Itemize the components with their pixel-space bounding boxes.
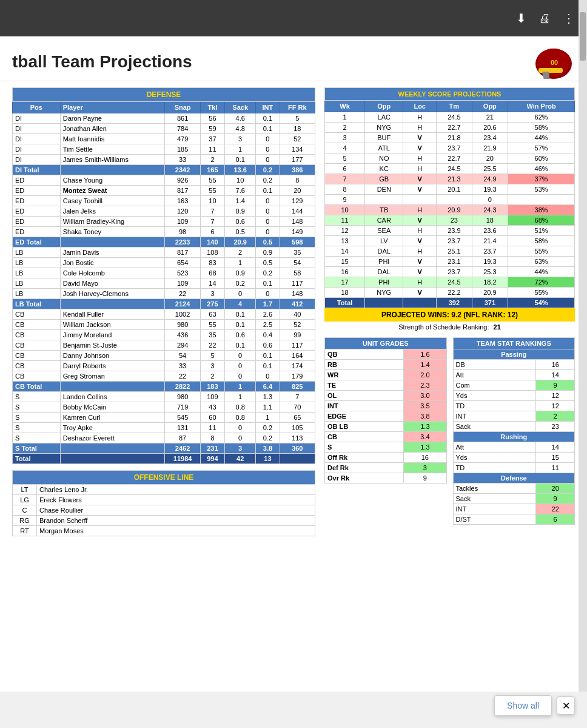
helmet-container: 00 bbox=[532, 42, 575, 81]
col-player: Player bbox=[60, 102, 165, 113]
page-title: tball Team Projections bbox=[12, 52, 192, 72]
col-sack: Sack bbox=[225, 102, 256, 113]
weekly-projections-table: WEEKLY SCORE PROJECTIONS Wk Opp Loc Tm O… bbox=[324, 87, 575, 308]
scrollbar-thumb[interactable] bbox=[580, 12, 586, 61]
team-stat-section: TEAM STAT RANKINGS PassingDB16Att14Com9Y… bbox=[453, 337, 575, 525]
right-panel: WEEKLY SCORE PROJECTIONS Wk Opp Loc Tm O… bbox=[324, 87, 575, 536]
col-opp-score: Opp bbox=[472, 101, 508, 112]
svg-rect-2 bbox=[538, 68, 563, 73]
projected-wins: PROJECTED WINS: 9.2 (NFL RANK: 12) bbox=[324, 308, 575, 322]
defense-section-header: DEFENSE bbox=[13, 88, 315, 102]
strength-of-schedule: Strength of Schedule Ranking: 21 bbox=[324, 322, 575, 332]
unit-grades-header: UNIT GRADES bbox=[325, 338, 447, 349]
unit-grades-section: UNIT GRADES QB1.6RB1.4WR2.0TE2.3OL3.0INT… bbox=[324, 337, 447, 525]
unit-grades-table: UNIT GRADES QB1.6RB1.4WR2.0TE2.3OL3.0INT… bbox=[324, 337, 447, 484]
download-icon[interactable]: ⬇ bbox=[516, 11, 526, 25]
grades-rankings-section: UNIT GRADES QB1.6RB1.4WR2.0TE2.3OL3.0INT… bbox=[324, 337, 575, 525]
more-icon[interactable]: ⋮ bbox=[563, 11, 575, 25]
weekly-projections-header: WEEKLY SCORE PROJECTIONS bbox=[325, 88, 575, 101]
scrollbar[interactable] bbox=[579, 0, 587, 692]
col-int: INT bbox=[256, 102, 280, 113]
offensive-line-section: OFFENSIVE LINE LTCharles Leno Jr.LGEreck… bbox=[12, 470, 315, 536]
team-stat-header: TEAM STAT RANKINGS bbox=[453, 338, 575, 349]
top-toolbar: ⬇ 🖨 ⋮ bbox=[0, 0, 587, 36]
col-tkl: Tkl bbox=[200, 102, 224, 113]
col-pos: Pos bbox=[13, 102, 61, 113]
col-opp: Opp bbox=[365, 101, 403, 112]
page-header: tball Team Projections 00 bbox=[0, 36, 587, 81]
print-icon[interactable]: 🖨 bbox=[538, 12, 551, 25]
col-loc: Loc bbox=[403, 101, 437, 112]
defense-table: DEFENSE Pos Player Snap Tkl Sack INT FF … bbox=[12, 87, 315, 464]
col-ffrk: FF Rk bbox=[280, 102, 315, 113]
strength-label: Strength of Schedule Ranking: bbox=[398, 323, 489, 331]
main-content: DEFENSE Pos Player Snap Tkl Sack INT FF … bbox=[0, 81, 587, 548]
ol-table: OFFENSIVE LINE LTCharles Leno Jr.LGEreck… bbox=[12, 470, 315, 536]
team-helmet-icon: 00 bbox=[532, 42, 575, 79]
svg-text:00: 00 bbox=[551, 59, 558, 66]
col-snap: Snap bbox=[165, 102, 200, 113]
col-win-prob: Win Prob bbox=[508, 101, 575, 112]
strength-value: 21 bbox=[494, 323, 501, 331]
ol-section-header: OFFENSIVE LINE bbox=[13, 471, 315, 485]
team-stat-table: TEAM STAT RANKINGS PassingDB16Att14Com9Y… bbox=[453, 337, 575, 525]
col-wk: Wk bbox=[325, 101, 365, 112]
col-tm: Tm bbox=[437, 101, 472, 112]
left-panel: DEFENSE Pos Player Snap Tkl Sack INT FF … bbox=[12, 87, 315, 536]
